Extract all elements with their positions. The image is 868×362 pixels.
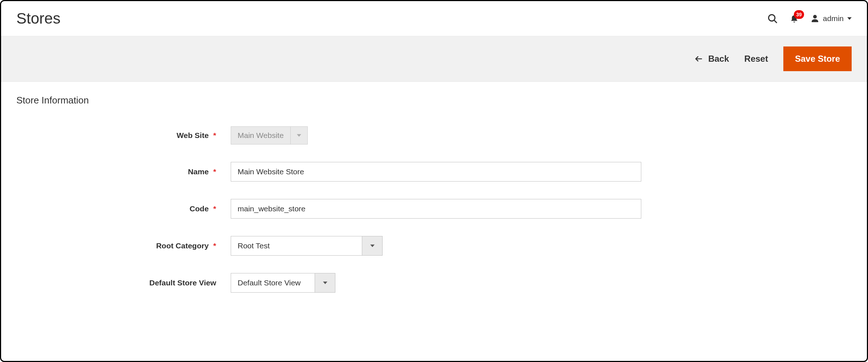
- back-button[interactable]: Back: [694, 54, 729, 64]
- default-store-view-value: Default Store View: [231, 273, 315, 292]
- name-row: Name *: [16, 162, 852, 182]
- arrow-left-icon: [694, 54, 703, 63]
- name-label: Name: [188, 167, 209, 176]
- root-category-select[interactable]: Root Test: [231, 236, 383, 256]
- code-input[interactable]: [231, 199, 641, 219]
- action-bar: Back Reset Save Store: [1, 36, 867, 82]
- back-label: Back: [708, 54, 729, 64]
- admin-account-menu[interactable]: admin: [811, 14, 852, 23]
- root-category-row: Root Category * Root Test: [16, 236, 852, 256]
- website-select-value: Main Website: [231, 127, 291, 144]
- required-indicator: *: [213, 204, 216, 213]
- reset-button[interactable]: Reset: [744, 54, 768, 64]
- default-store-view-label: Default Store View: [149, 278, 216, 287]
- website-select: Main Website: [231, 126, 308, 145]
- save-store-button[interactable]: Save Store: [783, 46, 852, 71]
- caret-down-icon: [362, 236, 382, 255]
- page-title: Stores: [16, 10, 60, 27]
- caret-down-icon: [847, 16, 852, 21]
- top-actions: 39 admin: [767, 13, 852, 24]
- code-row: Code *: [16, 199, 852, 219]
- caret-down-icon: [291, 127, 307, 144]
- section-title: Store Information: [16, 95, 852, 106]
- required-indicator: *: [213, 167, 216, 176]
- default-store-view-row: Default Store View Default Store View: [16, 273, 852, 293]
- website-row: Web Site * Main Website: [16, 126, 852, 145]
- notifications-button[interactable]: 39: [790, 14, 799, 23]
- svg-line-1: [774, 20, 777, 23]
- root-category-value: Root Test: [231, 236, 362, 255]
- website-label: Web Site: [177, 131, 209, 139]
- search-icon[interactable]: [767, 13, 778, 24]
- required-indicator: *: [213, 241, 216, 250]
- app-frame: Stores 39 admin: [0, 0, 868, 362]
- root-category-label: Root Category: [156, 241, 209, 250]
- caret-down-icon: [315, 273, 335, 292]
- admin-name: admin: [823, 14, 844, 23]
- store-information-section: Store Information Web Site * Main Websit…: [1, 82, 867, 332]
- notification-badge: 39: [794, 10, 804, 19]
- required-indicator: *: [213, 131, 216, 139]
- user-icon: [811, 14, 819, 23]
- name-input[interactable]: [231, 162, 641, 182]
- default-store-view-select[interactable]: Default Store View: [231, 273, 335, 293]
- code-label: Code: [190, 204, 209, 213]
- page-header: Stores 39 admin: [1, 1, 867, 36]
